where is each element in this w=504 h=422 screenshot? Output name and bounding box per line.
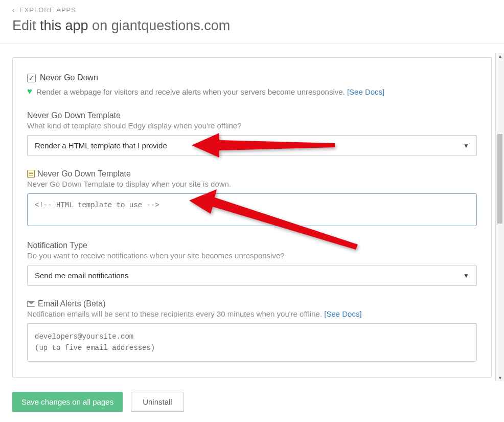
vertical-scrollbar[interactable]: ▲ ▼ bbox=[496, 53, 504, 381]
template-html-help: Never Go Down Template to display when y… bbox=[27, 180, 477, 188]
never-go-down-card: ✓ Never Go Down ♥ Render a webpage for v… bbox=[12, 57, 492, 378]
email-alerts-label: Email Alerts (Beta) bbox=[27, 299, 477, 308]
template-select-label: Never Go Down Template bbox=[27, 111, 477, 120]
breadcrumb-label: EXPLORE APPS bbox=[19, 6, 76, 14]
footer-bar: Save changes on all pages Uninstall bbox=[0, 384, 504, 422]
email-alerts-block: Email Alerts (Beta) Notification emails … bbox=[27, 299, 477, 363]
heart-icon: ♥ bbox=[27, 86, 32, 97]
template-select-value: Render a HTML template that I provide bbox=[35, 141, 167, 150]
notification-type-value: Send me email notifications bbox=[35, 271, 128, 280]
chevron-down-icon: ▼ bbox=[463, 272, 469, 279]
see-docs-link[interactable]: [See Docs] bbox=[347, 87, 384, 96]
never-go-down-checkbox[interactable]: ✓ bbox=[27, 74, 36, 82]
email-see-docs-link[interactable]: [See Docs] bbox=[324, 309, 361, 318]
template-select-block: Never Go Down Template What kind of temp… bbox=[27, 111, 477, 156]
never-go-down-desc: Render a webpage for visitors and receiv… bbox=[36, 87, 384, 96]
notification-type-block: Notification Type Do you want to receive… bbox=[27, 241, 477, 286]
notification-type-label: Notification Type bbox=[27, 241, 477, 250]
save-button[interactable]: Save changes on all pages bbox=[12, 392, 123, 412]
page-title: Edit this app on giantquestions.com bbox=[12, 18, 492, 34]
email-alerts-help: Notification emails will be sent to thes… bbox=[27, 309, 477, 318]
breadcrumb[interactable]: ‹ EXPLORE APPS bbox=[12, 6, 492, 14]
email-alerts-input[interactable] bbox=[27, 323, 477, 362]
template-select[interactable]: Render a HTML template that I provide ▼ bbox=[27, 135, 477, 156]
chevron-left-icon: ‹ bbox=[12, 6, 15, 14]
scrollbar-thumb[interactable] bbox=[497, 134, 502, 224]
notification-type-help: Do you want to receive notifications whe… bbox=[27, 251, 477, 260]
page-header: ‹ EXPLORE APPS Edit this app on giantque… bbox=[0, 0, 504, 43]
scroll-down-icon[interactable]: ▼ bbox=[498, 375, 502, 381]
scroll-up-icon[interactable]: ▲ bbox=[498, 54, 502, 59]
never-go-down-checkbox-label: Never Go Down bbox=[40, 73, 98, 82]
template-html-input[interactable] bbox=[27, 193, 477, 226]
template-html-block: Never Go Down Template Never Go Down Tem… bbox=[27, 169, 477, 228]
settings-scroll-area: ✓ Never Go Down ♥ Render a webpage for v… bbox=[0, 53, 504, 381]
notification-type-select[interactable]: Send me email notifications ▼ bbox=[27, 265, 477, 286]
template-select-help: What kind of template should Edgy displa… bbox=[27, 121, 477, 130]
document-icon bbox=[27, 170, 35, 177]
chevron-down-icon: ▼ bbox=[463, 142, 469, 149]
uninstall-button[interactable]: Uninstall bbox=[131, 392, 184, 412]
template-html-label: Never Go Down Template bbox=[27, 169, 477, 179]
envelope-icon bbox=[27, 301, 35, 307]
